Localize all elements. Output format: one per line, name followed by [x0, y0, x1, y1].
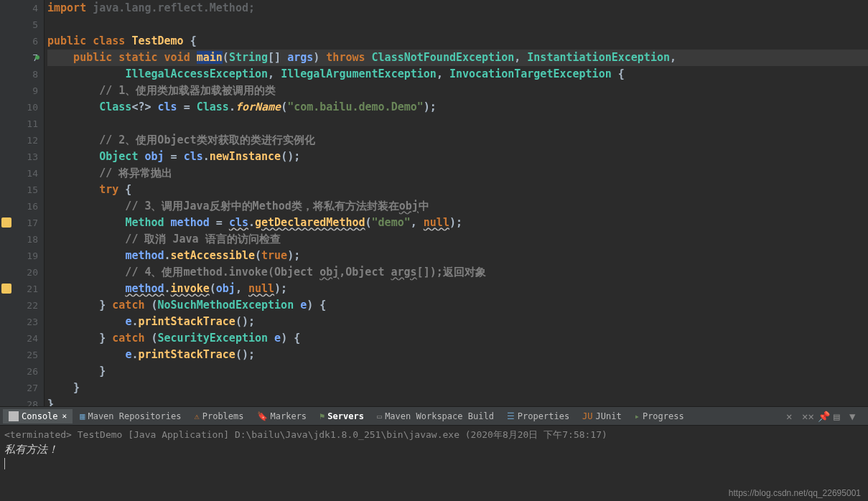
junit-icon: JU	[582, 411, 592, 421]
servers-icon: ⚑	[319, 411, 325, 421]
tab-label: JUnit	[596, 411, 622, 421]
watermark: https://blog.csdn.net/qq_22695001	[729, 488, 861, 498]
maven-icon: ▦	[80, 411, 85, 421]
open-console-icon[interactable]: ▼	[849, 411, 861, 422]
bottom-panel: Console ✕ ▦ Maven Repositories ⚠ Problem…	[0, 406, 868, 501]
tab-junit[interactable]: JU JUnit	[577, 409, 627, 423]
code-line: } catch (SecurityException e) {	[47, 330, 868, 347]
progress-icon: ▸	[635, 411, 640, 421]
line-number: 11	[0, 116, 38, 132]
markers-icon: 🔖	[257, 411, 268, 421]
warning-icon	[1, 217, 11, 228]
code-line: }	[47, 363, 868, 380]
console-icon	[9, 411, 19, 421]
tab-label: Markers	[271, 411, 307, 421]
build-icon: ▭	[377, 411, 382, 421]
line-number: 7	[0, 50, 38, 66]
line-number: 23	[0, 314, 38, 330]
tab-label: Properties	[518, 411, 569, 421]
line-number: 9	[0, 83, 38, 99]
tab-progress[interactable]: ▸ Progress	[629, 409, 690, 423]
line-number: 22	[0, 297, 38, 314]
tab-maven-workspace[interactable]: ▭ Maven Workspace Build	[371, 409, 500, 423]
line-number: 6	[0, 33, 38, 50]
code-editor[interactable]: 4 5 6 7 8 9 10 11 12 13 14 15 16 17 18 1…	[0, 0, 868, 406]
panel-tab-bar: Console ✕ ▦ Maven Repositories ⚠ Problem…	[0, 407, 868, 426]
line-number: 26	[0, 363, 38, 380]
code-line: // 4、使用method.invoke(Object obj,Object a…	[47, 264, 868, 281]
tab-label: Console	[22, 411, 58, 421]
line-number: 4	[0, 0, 38, 17]
line-number: 27	[0, 380, 38, 396]
line-number: 20	[0, 264, 38, 281]
problems-icon: ⚠	[194, 411, 199, 421]
line-number: 18	[0, 231, 38, 248]
code-line: Object obj = cls.newInstance();	[47, 149, 868, 165]
code-line-current: public static void main(String[] args) t…	[47, 50, 868, 66]
code-line: // 2、使用Object类对获取的类进行实例化	[47, 132, 868, 149]
line-number: 19	[0, 248, 38, 264]
code-line: } catch (NoSuchMethodException e) {	[47, 297, 868, 314]
tab-label: Servers	[327, 411, 364, 421]
console-status: <terminated> TestDemo [Java Application]…	[4, 429, 864, 441]
code-line: method.invoke(obj, null);	[47, 281, 868, 297]
pin-icon[interactable]: 📌	[818, 411, 829, 422]
remove-launch-icon[interactable]: ✕	[786, 411, 798, 422]
code-line: }	[47, 380, 868, 396]
code-line: // 1、使用类加载器加载被调用的类	[47, 83, 868, 99]
code-line: // 将异常抛出	[47, 165, 868, 182]
line-number: 25	[0, 347, 38, 363]
panel-actions: ✕ ✕✕ 📌 ▤ ▼	[786, 411, 865, 422]
tab-servers[interactable]: ⚑ Servers	[314, 409, 370, 423]
line-number: 14	[0, 165, 38, 182]
code-line: // 3、调用Java反射中的Method类，将私有方法封装在obj中	[47, 198, 868, 215]
code-line	[47, 116, 868, 132]
display-icon[interactable]: ▤	[834, 411, 845, 422]
code-line: method.setAccessible(true);	[47, 248, 868, 264]
remove-all-icon[interactable]: ✕✕	[802, 411, 813, 422]
line-number: 5	[0, 17, 38, 33]
code-line: Method method = cls.getDeclaredMethod("d…	[47, 215, 868, 231]
code-line: e.printStackTrace();	[47, 314, 868, 330]
code-line: public class TestDemo {	[47, 33, 868, 50]
tab-label: Maven Workspace Build	[385, 411, 494, 421]
tab-label: Maven Repositories	[88, 411, 181, 421]
code-line: try {	[47, 182, 868, 198]
code-line	[47, 17, 868, 33]
code-line: Class<?> cls = Class.forName("com.bailu.…	[47, 99, 868, 116]
line-number: 13	[0, 149, 38, 165]
tab-markers[interactable]: 🔖 Markers	[251, 409, 313, 423]
line-number: 16	[0, 198, 38, 215]
code-line: import java.lang.reflect.Method;	[47, 0, 868, 17]
line-number: 15	[0, 182, 38, 198]
line-gutter: 4 5 6 7 8 9 10 11 12 13 14 15 16 17 18 1…	[0, 0, 45, 406]
tab-maven-repositories[interactable]: ▦ Maven Repositories	[74, 409, 187, 423]
line-number: 10	[0, 99, 38, 116]
console-cursor	[4, 458, 864, 469]
warning-icon	[1, 284, 11, 294]
tab-problems[interactable]: ⚠ Problems	[188, 409, 249, 423]
code-content[interactable]: import java.lang.reflect.Method; public …	[45, 0, 868, 406]
line-number: 28	[0, 396, 38, 406]
code-line: // 取消 Java 语言的访问检查	[47, 231, 868, 248]
tab-properties[interactable]: ☰ Properties	[501, 409, 575, 423]
console-output[interactable]: <terminated> TestDemo [Java Application]…	[0, 426, 868, 501]
properties-icon: ☰	[507, 411, 515, 421]
console-output-line: 私有方法！	[4, 443, 864, 456]
code-line: IllegalAccessException, IllegalArgumentE…	[47, 66, 868, 83]
code-line: }	[47, 396, 868, 406]
code-line: e.printStackTrace();	[47, 347, 868, 363]
line-number: 8	[0, 66, 38, 83]
line-number: 12	[0, 132, 38, 149]
close-icon[interactable]: ✕	[62, 411, 67, 421]
line-number: 24	[0, 330, 38, 347]
tab-label: Problems	[202, 411, 244, 421]
line-number: 17	[0, 215, 38, 231]
line-number: 21	[0, 281, 38, 297]
tab-label: Progress	[643, 411, 684, 421]
tab-console[interactable]: Console ✕	[3, 409, 73, 423]
